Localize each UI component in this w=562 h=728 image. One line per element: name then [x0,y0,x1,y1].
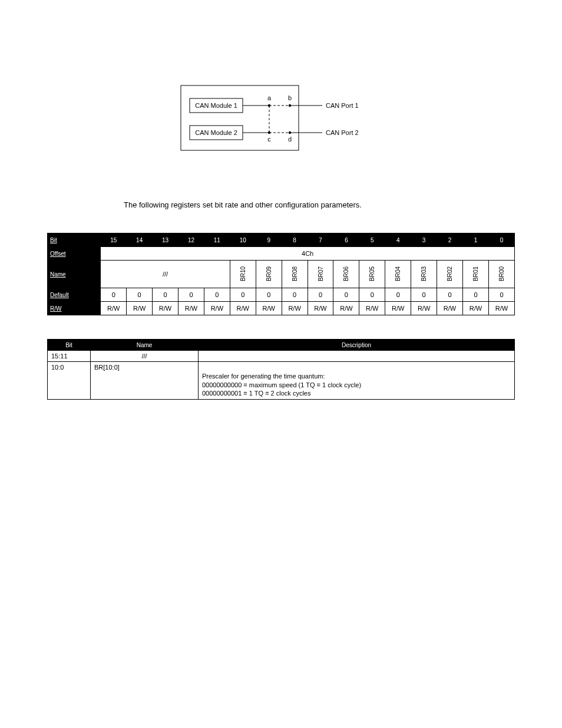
bit-name: BR04 [385,261,411,288]
svg-rect-0 [181,85,299,150]
row-label-default: Default [48,288,101,302]
desc-name: BR[10:0] [91,362,199,400]
desc-bit: 15:11 [48,351,91,362]
port1-label: CAN Port 1 [326,102,359,109]
rw-cell: R/W [204,302,230,315]
desc-head-description: Description [199,340,515,351]
intro-text: The following registers set bit rate and… [124,200,456,209]
default-cell: 0 [359,288,385,302]
default-cell: 0 [437,288,463,302]
desc-description [199,351,515,362]
node-b-label: b [288,94,292,101]
rw-cell: R/W [178,302,204,315]
rw-cell: R/W [230,302,256,315]
rw-cell: R/W [488,302,514,315]
bit-header: 9 [256,233,282,247]
default-cell: 0 [127,288,153,302]
default-cell: 0 [385,288,411,302]
default-cell: 0 [101,288,127,302]
bit-header: 0 [488,233,514,247]
rw-cell: R/W [282,302,308,315]
bit-name: BR03 [411,261,437,288]
bit-header: 13 [153,233,178,247]
bit-name: BR07 [308,261,333,288]
node-a-label: a [267,94,272,101]
svg-point-11 [289,104,291,107]
bit-header: 11 [204,233,230,247]
bit-name: BR00 [488,261,514,288]
rw-cell: R/W [153,302,178,315]
bit-name: BR09 [256,261,282,288]
desc-description: Prescaler for generating the time quantu… [199,362,515,400]
bit-header: 15 [101,233,127,247]
bit-name: BR05 [359,261,385,288]
bit-header: 3 [411,233,437,247]
node-d-label: d [288,136,292,143]
rw-cell: R/W [462,302,488,315]
rw-cell: R/W [437,302,463,315]
bit-header: 6 [333,233,359,247]
port2-label: CAN Port 2 [326,129,359,136]
register-offset: 4Ch [101,247,515,261]
rw-cell: R/W [333,302,359,315]
bit-header: 2 [437,233,463,247]
bit-header: 1 [462,233,488,247]
can-module-diagram: CAN Module 1 CAN Module 2 a [157,77,405,153]
rw-cell: R/W [411,302,437,315]
default-cell: 0 [178,288,204,302]
rw-cell: R/W [101,302,127,315]
desc-head-bit: Bit [48,340,91,351]
desc-head-name: Name [91,340,199,351]
bit-header: 5 [359,233,385,247]
bit-header: 12 [178,233,204,247]
bit-header: 7 [308,233,333,247]
table-row: 15:11 /// [48,351,515,362]
row-label-name: Name [48,261,101,288]
default-cell: 0 [256,288,282,302]
register-reserved: /// [101,261,230,288]
register-description-table: Bit Name Description 15:11 /// 10:0 BR[1… [47,339,515,400]
svg-point-13 [289,131,291,134]
bit-name: BR01 [462,261,488,288]
row-label-rw: R/W [48,302,101,315]
table-row: 10:0 BR[10:0] Prescaler for generating t… [48,362,515,400]
module2-label: CAN Module 2 [195,129,237,136]
desc-bit: 10:0 [48,362,91,400]
row-label-bit: Bit [48,233,101,247]
row-label-offset: Offset [48,247,101,261]
default-cell: 0 [204,288,230,302]
default-cell: 0 [230,288,256,302]
bit-header: 10 [230,233,256,247]
bit-header: 14 [127,233,153,247]
rw-cell: R/W [308,302,333,315]
register-bit-table: Bit 15 14 13 12 11 10 9 8 7 6 5 4 3 2 1 … [47,233,515,315]
default-cell: 0 [488,288,514,302]
default-cell: 0 [462,288,488,302]
bit-name: BR02 [437,261,463,288]
bit-header: 8 [282,233,308,247]
rw-cell: R/W [127,302,153,315]
desc-name: /// [91,351,199,362]
default-cell: 0 [411,288,437,302]
module1-label: CAN Module 1 [195,102,237,109]
rw-cell: R/W [385,302,411,315]
rw-cell: R/W [359,302,385,315]
bit-name: BR06 [333,261,359,288]
svg-point-12 [268,131,270,134]
default-cell: 0 [282,288,308,302]
node-c-label: c [267,136,271,143]
rw-cell: R/W [256,302,282,315]
default-cell: 0 [308,288,333,302]
bit-name: BR08 [282,261,308,288]
bit-name: BR10 [230,261,256,288]
default-cell: 0 [153,288,178,302]
default-cell: 0 [333,288,359,302]
svg-point-10 [268,104,270,107]
bit-header: 4 [385,233,411,247]
